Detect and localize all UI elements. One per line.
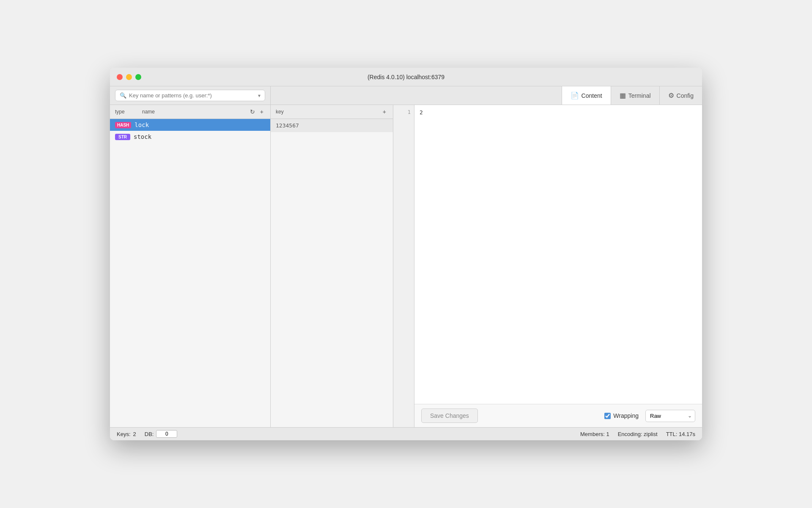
keys-value: 2 <box>133 431 136 437</box>
search-dropdown-icon[interactable]: ▾ <box>258 93 261 99</box>
status-bar: Keys: 2 DB: Members: 1 Encoding: ziplist… <box>110 427 702 440</box>
fields-header: key + <box>271 105 393 119</box>
tab-content[interactable]: 📄 Content <box>562 86 611 105</box>
search-icon: 🔍 <box>120 92 126 99</box>
field-key-value: 1234567 <box>276 122 299 129</box>
save-changes-button[interactable]: Save Changes <box>421 409 478 423</box>
line-num-1: 1 <box>393 108 414 117</box>
refresh-button[interactable]: ↻ <box>248 108 257 116</box>
minimize-button[interactable] <box>126 74 132 80</box>
key-name-stock: stock <box>134 133 151 140</box>
window-title: (Redis 4.0.10) localhost:6379 <box>368 74 444 80</box>
maximize-button[interactable] <box>135 74 141 80</box>
close-button[interactable] <box>117 74 123 80</box>
value-editor[interactable]: 2 <box>414 105 702 404</box>
key-item-stock[interactable]: STR stock <box>110 131 270 143</box>
key-list: HASH lock STR stock <box>110 119 270 427</box>
app-window: (Redis 4.0.10) localhost:6379 🔍 ▾ 📄 Cont… <box>110 68 702 440</box>
main-content: type name ↻ + HASH lock STR stock <box>110 105 702 427</box>
format-select-wrapper: Raw JSON MessagePack <box>645 410 695 422</box>
search-input[interactable] <box>129 92 255 99</box>
title-bar: (Redis 4.0.10) localhost:6379 <box>110 68 702 86</box>
value-panel: 2 Save Changes Wrapping Raw JSON Message… <box>414 105 702 427</box>
db-label: DB: <box>145 431 154 437</box>
ttl-info: TTL: 14.17s <box>666 431 695 437</box>
key-list-panel: type name ↻ + HASH lock STR stock <box>110 105 271 427</box>
wrapping-checkbox[interactable] <box>604 413 611 419</box>
key-name-lock: lock <box>134 121 149 128</box>
content-icon: 📄 <box>571 91 579 99</box>
wrapping-text: Wrapping <box>613 412 639 419</box>
value-actions: Save Changes Wrapping Raw JSON MessagePa… <box>414 404 702 427</box>
key-item-lock[interactable]: HASH lock <box>110 119 270 131</box>
fields-col-label: key <box>276 109 381 115</box>
terminal-icon: ▦ <box>620 91 626 99</box>
toolbar-tabs: 📄 Content ▦ Terminal ⚙ Config <box>562 86 702 105</box>
search-container: 🔍 ▾ <box>110 86 271 105</box>
add-field-button[interactable]: + <box>381 108 388 116</box>
db-section: DB: <box>145 430 178 438</box>
key-list-header: type name ↻ + <box>110 105 270 119</box>
encoding-info: Encoding: ziplist <box>618 431 658 437</box>
toolbar: 🔍 ▾ 📄 Content ▦ Terminal ⚙ Config <box>110 86 702 105</box>
search-box[interactable]: 🔍 ▾ <box>115 90 265 101</box>
db-input[interactable] <box>156 430 177 438</box>
header-actions: ↻ + <box>248 108 265 116</box>
hash-badge: HASH <box>115 122 131 128</box>
field-item-1234567[interactable]: 1234567 <box>271 119 393 132</box>
tab-content-label: Content <box>582 92 602 99</box>
tab-config[interactable]: ⚙ Config <box>659 86 702 105</box>
value-line-1: 2 <box>420 108 697 117</box>
tab-config-label: Config <box>677 92 694 99</box>
tab-terminal[interactable]: ▦ Terminal <box>611 86 659 105</box>
keys-section: Keys: 2 <box>117 431 136 437</box>
window-controls <box>117 74 141 80</box>
members-info: Members: 1 <box>580 431 609 437</box>
format-select[interactable]: Raw JSON MessagePack <box>645 410 695 422</box>
col-name-header: name <box>142 109 247 115</box>
config-icon: ⚙ <box>668 91 674 99</box>
line-num-panel: 1 <box>393 105 414 427</box>
tab-terminal-label: Terminal <box>628 92 651 99</box>
fields-panel: key + 1234567 <box>271 105 393 427</box>
add-key-button[interactable]: + <box>258 108 265 116</box>
keys-label: Keys: <box>117 431 131 437</box>
wrapping-label[interactable]: Wrapping <box>604 412 639 419</box>
str-badge: STR <box>115 134 130 140</box>
col-type-header: type <box>115 109 140 115</box>
